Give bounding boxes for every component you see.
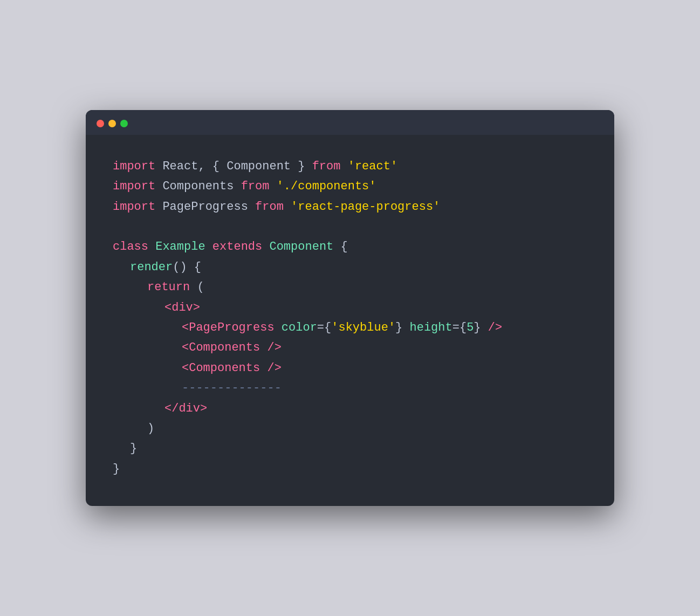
jsx-tag-close: </div>	[164, 399, 207, 419]
code-line: <Components />	[182, 358, 587, 378]
parent-class: Component	[269, 237, 333, 257]
jsx-tag: <div>	[164, 298, 200, 318]
code-line: }	[130, 439, 587, 458]
code-line-comment: --------------	[182, 378, 587, 398]
method-render: render	[130, 257, 173, 277]
string-literal: 'skyblue'	[331, 318, 395, 338]
string-literal: 'react-page-progress'	[291, 197, 440, 217]
class-name: Example	[155, 237, 205, 257]
titlebar	[86, 110, 614, 135]
string-literal: 'react'	[348, 156, 397, 176]
code-line: return (	[147, 277, 587, 297]
code-line: import PageProgress from 'react-page-pro…	[113, 197, 587, 217]
jsx-self-close: />	[488, 318, 502, 338]
attr-height: height	[410, 318, 452, 338]
code-line: class Example extends Component {	[113, 237, 587, 257]
code-line: import Components from './components'	[113, 176, 587, 196]
code-line: render () {	[130, 257, 587, 277]
keyword-import: import	[113, 176, 155, 196]
jsx-tag: <Components />	[182, 358, 282, 378]
code-line: <Components />	[182, 338, 587, 358]
dash-comment: --------------	[182, 378, 282, 398]
keyword-from: from	[255, 197, 284, 217]
keyword-return: return	[147, 277, 190, 297]
code-line: </div>	[164, 399, 587, 419]
keyword-from: from	[312, 156, 341, 176]
code-line: }	[113, 459, 587, 479]
string-literal: './components'	[277, 176, 376, 196]
code-line-blank	[113, 217, 587, 237]
jsx-tag: <PageProgress	[182, 318, 274, 338]
keyword-class: class	[113, 237, 148, 257]
minimize-button[interactable]	[108, 120, 116, 127]
close-button[interactable]	[97, 120, 104, 127]
keyword-import: import	[113, 156, 155, 176]
keyword-from: from	[241, 176, 270, 196]
code-line: import React, { Component } from 'react'	[113, 156, 587, 176]
keyword-import: import	[113, 197, 155, 217]
attr-color: color	[282, 318, 317, 338]
maximize-button[interactable]	[120, 120, 128, 127]
keyword-extends: extends	[212, 237, 262, 257]
number-literal: 5	[466, 318, 473, 338]
code-window: import React, { Component } from 'react'…	[86, 110, 614, 506]
jsx-tag: <Components />	[182, 338, 282, 358]
code-line: )	[147, 419, 587, 439]
code-editor: import React, { Component } from 'react'…	[86, 135, 614, 506]
code-line: <PageProgress color ={ 'skyblue' } heigh…	[182, 318, 587, 338]
code-line: <div>	[164, 298, 587, 318]
